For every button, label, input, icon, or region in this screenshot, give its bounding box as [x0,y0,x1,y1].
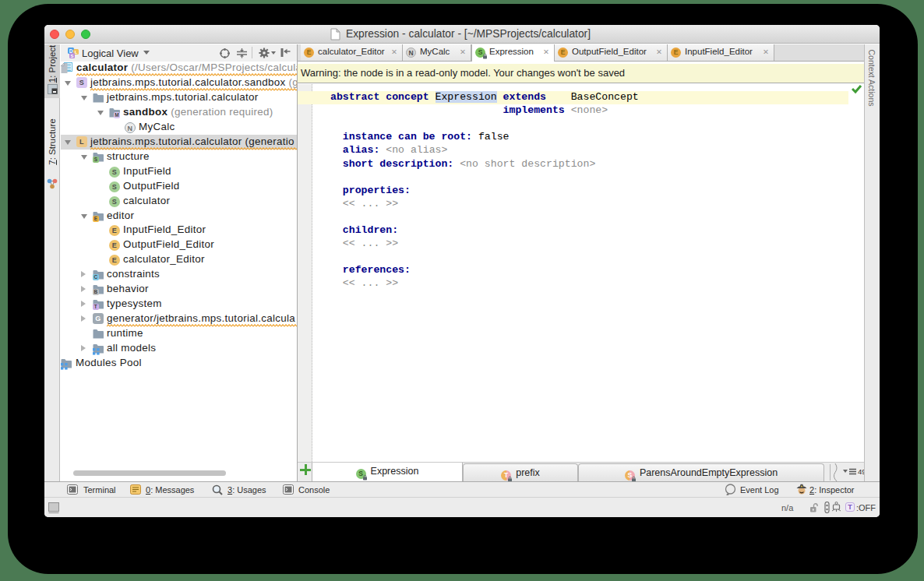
svg-text:D: D [69,48,73,54]
svg-text:L: L [75,50,78,55]
svg-text:S: S [70,54,73,58]
